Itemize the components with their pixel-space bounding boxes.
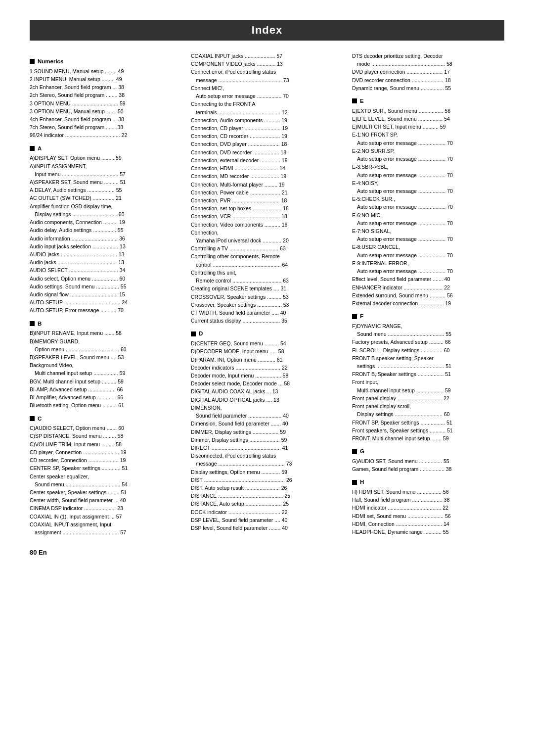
list-item: DTS decoder prioritize setting, Decoder (352, 52, 504, 60)
list-item: Auto setup error message ...............… (357, 252, 504, 259)
section-h-label: H (360, 478, 364, 486)
list-item: FL SCROLL, Display settings ............… (352, 347, 504, 354)
list-item: HDMI set, Sound menu ...................… (352, 513, 504, 520)
list-item: message ................................… (196, 77, 343, 84)
list-item: 4ch Enhancer, Sound field program ... 38 (30, 116, 182, 123)
list-item: E)MULTI CH SET, Input menu ........... 5… (352, 123, 504, 131)
list-item: B)SPEAKER LEVEL, Sound menu .... 53 (30, 354, 182, 361)
list-item: message ................................… (196, 460, 343, 468)
list-item: Sound menu .............................… (35, 481, 182, 488)
list-item: Bluetooth setting, Option menu .........… (30, 402, 182, 409)
list-item: FRONT B speaker setting, Speaker (352, 355, 504, 362)
list-item: DIST ...................................… (191, 476, 343, 484)
list-item: Auto setup error message ...............… (357, 220, 504, 227)
list-item: Auto setup error message ...............… (357, 140, 504, 147)
list-item: Option menu ............................… (35, 346, 182, 353)
list-item: Auto setup error message ...............… (357, 268, 504, 275)
list-item: CD recorder, Connection ................… (30, 457, 182, 464)
list-item: E-1:NO FRONT SP, (352, 131, 504, 139)
list-item: E)EXTD SUR., Sound menu ................… (352, 107, 504, 115)
list-item: HDMI, Connection .......................… (352, 520, 504, 528)
list-item: Sound menu .............................… (357, 331, 504, 338)
list-item: Auto setup error message ...............… (196, 93, 343, 100)
list-item: COAXIAL INPUT assignment, Input (30, 521, 182, 528)
list-item: Display settings .......................… (357, 411, 504, 418)
list-item: DIMENSION, (191, 404, 343, 412)
list-item: B)MEMORY GUARD, (30, 338, 182, 345)
list-item: A)INPUT ASSIGNMENT, (30, 163, 182, 170)
list-item: Auto setup error message ...............… (357, 172, 504, 179)
list-item: COAXIAL INPUT jacks ....................… (191, 52, 343, 60)
list-item: Audio delay, Audio settings ............… (30, 227, 182, 234)
list-item: D)PARAM. INI, Option menu ............ 6… (191, 356, 343, 364)
list-item: Yamaha iPod universal dock .............… (196, 237, 343, 244)
list-item: 2ch Stereo, Sound field program ........… (30, 92, 182, 99)
list-item: Connection, Audio components ...........… (191, 117, 343, 124)
list-item: Dimension, Sound field parameter .......… (191, 420, 343, 427)
list-item: Sound field parameter ..................… (196, 412, 343, 420)
page-title-bar: Index (30, 20, 504, 41)
column-3: DTS decoder prioritize setting, Decoderm… (352, 52, 504, 537)
section-f-label: F (360, 312, 363, 321)
list-item: B)INPUT RENAME, Input menu ....... 58 (30, 330, 182, 337)
list-item: C)SP DISTANCE, Sound menu ......... 58 (30, 432, 182, 440)
list-item: DIGITAL AUDIO COAXIAL jacks ... 13 (191, 388, 343, 395)
list-item: terminals ..............................… (196, 109, 343, 116)
list-item: Connection, (191, 229, 343, 236)
section-bullet (30, 59, 35, 64)
list-item: Center speaker equalizer, (30, 473, 182, 480)
list-item: A)SPEAKER SET, Sound menu .......... 51 (30, 179, 182, 186)
list-item: FRONT B, Speaker settings ..............… (352, 371, 504, 378)
col3-top-entries: DTS decoder prioritize setting, Decoderm… (352, 52, 504, 92)
section-c-label: C (38, 415, 42, 423)
list-item: COMPONENT VIDEO jacks ............. 13 (191, 60, 343, 68)
list-item: D)DECODER MODE, Input menu ..... 58 (191, 348, 343, 355)
list-item: Dimmer, Display settings ...............… (191, 436, 343, 444)
list-item: Auto setup error message ...............… (357, 203, 504, 211)
list-item: COAXIAL IN (1), Input assignment ... 57 (30, 513, 182, 520)
section-h-bullet (352, 480, 357, 485)
list-item: Front speakers, Speaker settings .......… (352, 427, 504, 434)
list-item: Connection, Multi-format player ........… (191, 181, 343, 189)
list-item: Auto setup error message ...............… (357, 236, 504, 243)
section-g-label: G (360, 447, 364, 456)
list-item: DISTANCE ...............................… (191, 492, 343, 500)
list-item: Creating original SCENE templates .... 3… (191, 285, 343, 292)
page-number: 80 En (30, 549, 47, 556)
section-a-label: A (38, 144, 42, 153)
section-b: B (30, 320, 182, 328)
list-item: 1 SOUND MENU, Manual setup ........ 49 (30, 68, 182, 75)
list-item: FRONT, Multi-channel input setup .......… (352, 435, 504, 442)
list-item: Auto setup error message ...............… (357, 188, 504, 195)
list-item: E-8:USER CANCEL, (352, 243, 504, 251)
list-item: E-5:CHECK SUR., (352, 195, 504, 203)
list-item: DVD recorder connection ................… (352, 77, 504, 84)
list-item: 7ch Stereo, Sound field program ....... … (30, 124, 182, 131)
list-item: Decoder mode, Input menu ...............… (191, 372, 343, 379)
list-item: Remote control .........................… (196, 277, 343, 284)
list-item: AUDIO SELECT ...........................… (30, 267, 182, 274)
column-2: COAXIAL INPUT jacks ....................… (191, 52, 343, 537)
section-d-label: D (199, 330, 203, 338)
list-item: Auto setup error message ...............… (357, 155, 504, 163)
list-item: C)VOLUME TRIM, Input menu ......... 58 (30, 441, 182, 448)
list-item: Connection, CD recorder ................… (191, 133, 343, 140)
list-item: AUDIO jacks ............................… (30, 251, 182, 258)
g-entries: G)AUDIO SET, Sound menu ................… (352, 458, 504, 473)
section-d-bullet (191, 331, 196, 336)
section-f-bullet (352, 314, 357, 319)
list-item: Audio settings, Sound menu .............… (30, 283, 182, 290)
list-item: DOCK indicator .........................… (191, 509, 343, 516)
list-item: Hall, Sound field program ..............… (352, 496, 504, 504)
list-item: F)DYNAMIC RANGE, (352, 323, 504, 330)
section-c-bullet (30, 416, 35, 421)
list-item: CT WIDTH, Sound field parameter ..... 40 (191, 309, 343, 317)
list-item: DIGITAL AUDIO OPTICAL jacks .... 13 (191, 396, 343, 404)
list-item: Background Video, (30, 362, 182, 369)
page-footer: 80 En (30, 549, 504, 556)
list-item: Connection, PVR ........................… (191, 197, 343, 204)
list-item: Connection, external decoder ...........… (191, 157, 343, 164)
list-item: A.DELAY, Audio settings ................… (30, 187, 182, 194)
e-entries: E)EXTD SUR., Sound menu ................… (352, 107, 504, 307)
list-item: A)DISPLAY SET, Option menu ......... 59 (30, 154, 182, 162)
